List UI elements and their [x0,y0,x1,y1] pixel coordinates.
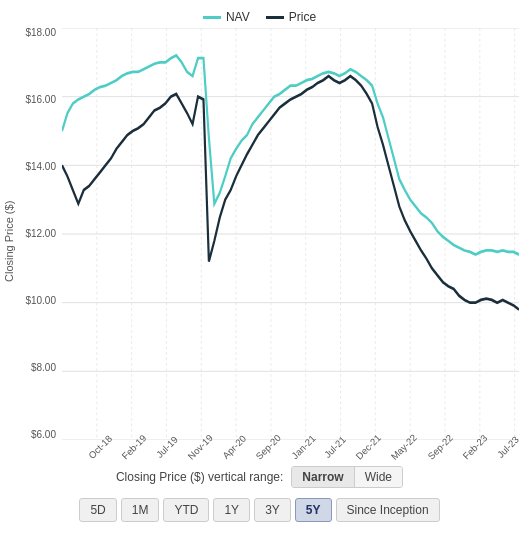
legend-price: Price [266,10,316,24]
controls-area: Closing Price ($) vertical range: Narrow… [0,454,519,528]
price-color-swatch [266,16,284,19]
nav-color-swatch [203,16,221,19]
y-tick-6: $8.00 [31,363,56,373]
wide-button[interactable]: Wide [355,467,402,487]
y-tick-2: $16.00 [25,95,56,105]
svg-wrapper [62,28,519,440]
y-ticks: $18.00 $16.00 $14.00 $12.00 $10.00 $8.00… [20,28,62,440]
y-tick-5: $10.00 [25,296,56,306]
range-control: Closing Price ($) vertical range: Narrow… [116,466,403,488]
y-tick-7: $6.00 [31,430,56,440]
chart-legend: NAV Price [0,10,519,24]
y-tick-4: $12.00 [25,229,56,239]
chart-svg-area: $18.00 $16.00 $14.00 $12.00 $10.00 $8.00… [20,28,519,440]
nav-line [62,55,519,254]
1y-button[interactable]: 1Y [213,498,250,522]
narrow-button[interactable]: Narrow [292,467,354,487]
since-inception-button[interactable]: Since Inception [336,498,440,522]
range-label: Closing Price ($) vertical range: [116,470,283,484]
5y-button[interactable]: 5Y [295,498,332,522]
y-axis-label: Closing Price ($) [0,28,18,454]
5d-button[interactable]: 5D [79,498,116,522]
x-axis-row: Oct-18 Feb-19 Jul-19 Nov-19 Apr-20 Sep-2… [82,440,517,454]
y-tick-1: $18.00 [25,28,56,38]
chart-container: NAV Price Closing Price ($) $18.00 $16.0… [0,0,529,538]
legend-price-label: Price [289,10,316,24]
time-buttons: 5D 1M YTD 1Y 3Y 5Y Since Inception [79,498,439,522]
chart-svg [62,28,519,440]
chart-inner: $18.00 $16.00 $14.00 $12.00 $10.00 $8.00… [20,28,519,454]
1m-button[interactable]: 1M [121,498,160,522]
legend-nav: NAV [203,10,250,24]
range-buttons: Narrow Wide [291,466,403,488]
3y-button[interactable]: 3Y [254,498,291,522]
x-ticks: Oct-18 Feb-19 Jul-19 Nov-19 Apr-20 Sep-2… [82,440,517,454]
chart-area: Closing Price ($) $18.00 $16.00 $14.00 $… [0,28,519,454]
ytd-button[interactable]: YTD [163,498,209,522]
legend-nav-label: NAV [226,10,250,24]
price-line [62,76,519,309]
y-tick-3: $14.00 [25,162,56,172]
